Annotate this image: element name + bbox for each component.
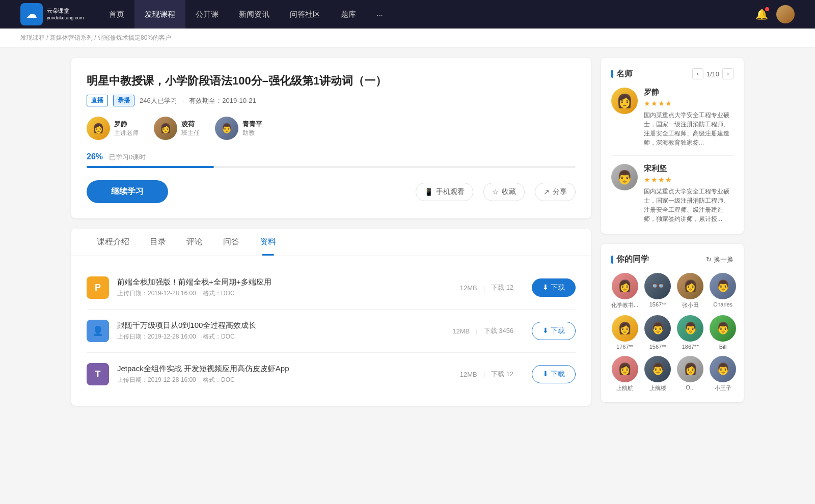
- mobile-watch-button[interactable]: 📱 手机观看: [416, 183, 473, 201]
- badge-live: 直播: [87, 95, 108, 106]
- classmate-7[interactable]: 👨 1867**: [677, 315, 703, 350]
- teachers-sidebar-header: 名师 ‹ 1/10 ›: [611, 68, 734, 79]
- classmate-3[interactable]: 👩 张小田: [677, 273, 703, 309]
- resource-format-1: 格式：DOC: [203, 290, 235, 297]
- nav-quiz[interactable]: 题库: [331, 0, 366, 29]
- tab-intro[interactable]: 课程介绍: [87, 229, 140, 256]
- nav-items: 首页 发现课程 公开课 新闻资讯 问答社区 题库 ···: [99, 0, 755, 29]
- classmate-11-name: O...: [686, 384, 695, 390]
- nav-news[interactable]: 新闻资讯: [229, 0, 280, 29]
- tab-review[interactable]: 评论: [176, 229, 213, 256]
- teacher-2: 👩 凌荷 班主任: [154, 117, 200, 140]
- main-container: 明星中教授课，小学阶段语法100分–强化级第1讲动词（一） 直播 录播 246人…: [51, 48, 764, 423]
- nav-discover[interactable]: 发现课程: [134, 0, 185, 29]
- nav-more[interactable]: ···: [366, 0, 393, 29]
- course-actions: 继续学习 📱 手机观看 ☆ 收藏 ↗ 分享: [87, 180, 576, 203]
- star-icon: ☆: [492, 188, 499, 196]
- classmate-11[interactable]: 👩 O...: [677, 356, 703, 392]
- download-button-3[interactable]: ⬇ 下载: [532, 365, 576, 383]
- classmate-2[interactable]: 👓 1567**: [644, 273, 671, 309]
- classmate-6[interactable]: 👨 1567**: [644, 315, 671, 350]
- download-button-1[interactable]: ⬇ 下载: [532, 278, 576, 297]
- sidebar-teacher-2: 👨 宋利坚 ★★★★ 国内某重点大学安全工程专业硕士，国家一级注册消防工程师、注…: [611, 164, 734, 223]
- resource-icon-3: T: [87, 363, 109, 385]
- classmates-sidebar-header: 你的同学 ↻ 换一换: [611, 254, 734, 265]
- classmate-10-name: 上航楼: [649, 384, 666, 392]
- breadcrumb-sep1: /: [46, 34, 50, 41]
- tab-catalog[interactable]: 目录: [140, 229, 176, 256]
- continue-learning-button[interactable]: 继续学习: [87, 180, 168, 203]
- share-button[interactable]: ↗ 分享: [535, 183, 576, 201]
- notification-dot: [765, 7, 769, 11]
- action-buttons: 📱 手机观看 ☆ 收藏 ↗ 分享: [416, 183, 576, 201]
- collect-button[interactable]: ☆ 收藏: [483, 183, 525, 201]
- classmate-4[interactable]: 👨 Charles: [710, 273, 736, 309]
- page-prev-btn[interactable]: ‹: [692, 68, 703, 79]
- resource-stats-2: 12MB | 下载 3456: [452, 326, 513, 335]
- sidebar-teacher-2-info: 宋利坚 ★★★★ 国内某重点大学安全工程专业硕士，国家一级注册消防工程师、注册安…: [644, 164, 734, 223]
- resource-item-3: T Jetpack全组件实战 开发短视频应用高仿皮皮虾App 上传日期：2019…: [87, 353, 576, 396]
- classmate-1-name: 化学教书...: [611, 301, 638, 309]
- sidebar-teacher-1-name: 罗静: [644, 88, 734, 97]
- progress-section: 26% 已学习0课时: [87, 152, 576, 168]
- tabs-section: 课程介绍 目录 评论 问答 资料 P 前端全栈加强版！前端全栈+全周期+多端应用…: [71, 229, 591, 406]
- teacher-2-name: 凌荷: [181, 120, 200, 129]
- classmate-4-avatar: 👨: [710, 273, 736, 299]
- logo[interactable]: ☁ 云朵课堂yundoketang.com: [20, 3, 84, 25]
- resource-date-2: 上传日期：2019-12-28 16:00: [117, 333, 196, 340]
- nav-home[interactable]: 首页: [99, 0, 134, 29]
- sidebar-teacher-1-avatar: 👩: [611, 88, 638, 114]
- meta-dot: ·: [182, 97, 184, 104]
- resource-name-1: 前端全栈加强版！前端全栈+全周期+多端应用: [117, 277, 452, 287]
- teacher-1-avatar: 👩: [87, 117, 110, 140]
- logo-text: 云朵课堂yundoketang.com: [47, 8, 84, 21]
- classmate-8[interactable]: 👨 Bill: [710, 315, 736, 350]
- classmate-3-avatar: 👩: [677, 273, 703, 299]
- breadcrumb-discover[interactable]: 发现课程: [20, 34, 45, 41]
- classmate-6-avatar: 👨: [644, 315, 671, 342]
- classmate-5-name: 1767**: [616, 344, 633, 350]
- resource-stats-1: 12MB | 下载 12: [460, 283, 513, 292]
- resource-meta-2: 上传日期：2019-12-28 16:00 格式：DOC: [117, 332, 444, 341]
- classmate-12[interactable]: 👨 小王子: [710, 356, 736, 392]
- sidebar-teacher-1-desc: 国内某重点大学安全工程专业硕士，国家一级注册消防工程师、注册安全工程师、高级注册…: [644, 110, 734, 147]
- classmate-10-avatar: 👨: [644, 356, 671, 382]
- nav-qa[interactable]: 问答社区: [280, 0, 331, 29]
- classmate-5-avatar: 👩: [612, 315, 638, 342]
- progress-bar-fill: [87, 166, 214, 168]
- user-avatar[interactable]: [776, 5, 795, 23]
- breadcrumb-series[interactable]: 新媒体营销系列: [50, 34, 93, 41]
- sep-1: |: [483, 284, 485, 292]
- classmate-12-name: 小王子: [715, 384, 731, 392]
- tab-qa[interactable]: 问答: [213, 229, 250, 256]
- refresh-label: 换一换: [714, 255, 734, 264]
- mobile-icon: 📱: [424, 188, 433, 196]
- progress-pct: 26%: [87, 152, 103, 161]
- classmate-1[interactable]: 👩 化学教书...: [611, 273, 638, 309]
- classmates-sidebar-card: 你的同学 ↻ 换一换 👩 化学教书... 👓 1567** 👩: [601, 244, 744, 402]
- classmate-9-name: 上航航: [616, 384, 633, 392]
- sidebar-teacher-2-desc: 国内某重点大学安全工程专业硕士，国家一级注册消防工程师、注册安全工程师、级注册建…: [644, 187, 734, 223]
- teachers-list: 👩 罗静 主讲老师 👩 凌荷 班主任 👨 青青平: [87, 117, 576, 140]
- refresh-icon: ↻: [706, 256, 712, 263]
- resource-icon-1: P: [87, 276, 109, 299]
- teacher-1-name: 罗静: [114, 120, 139, 129]
- teacher-3: 👨 青青平 助教: [215, 117, 262, 140]
- nav-right: 🔔: [755, 5, 795, 23]
- classmate-5[interactable]: 👩 1767**: [611, 315, 638, 350]
- resource-name-2: 跟随千万级项目从0到100全过程高效成长: [117, 321, 444, 330]
- classmate-10[interactable]: 👨 上航楼: [644, 356, 671, 392]
- teacher-2-avatar: 👩: [154, 117, 177, 140]
- resource-item-1: P 前端全栈加强版！前端全栈+全周期+多端应用 上传日期：2019-12-28 …: [87, 266, 576, 310]
- classmate-12-avatar: 👨: [710, 356, 736, 382]
- page-next-btn[interactable]: ›: [722, 68, 734, 79]
- mobile-label: 手机观看: [436, 187, 465, 197]
- download-button-2[interactable]: ⬇ 下载: [532, 322, 576, 340]
- resource-name-3: Jetpack全组件实战 开发短视频应用高仿皮皮虾App: [117, 364, 452, 374]
- nav-public[interactable]: 公开课: [185, 0, 229, 29]
- notification-bell[interactable]: 🔔: [755, 8, 768, 20]
- classmate-9[interactable]: 👩 上航航: [611, 356, 638, 392]
- breadcrumb-course[interactable]: 销冠修炼术搞定80%的客户: [98, 34, 171, 41]
- refresh-button[interactable]: ↻ 换一换: [706, 255, 734, 264]
- tab-resource[interactable]: 资料: [250, 229, 286, 256]
